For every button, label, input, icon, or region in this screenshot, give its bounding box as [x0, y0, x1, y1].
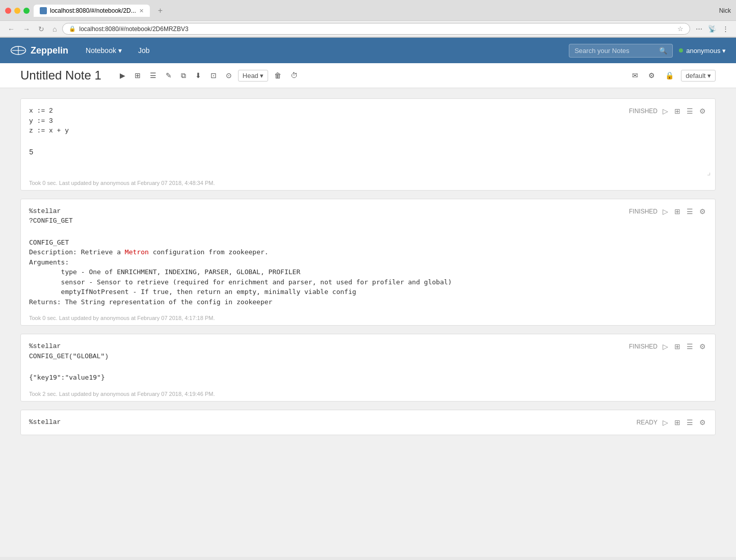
- search-box[interactable]: 🔍: [569, 44, 673, 58]
- lock-button[interactable]: 🔒: [662, 69, 677, 82]
- default-interpreter-dropdown[interactable]: default ▾: [681, 70, 716, 82]
- browser-titlebar: localhost:8080/#/notebook/2D... ✕ + Nick: [0, 0, 736, 20]
- close-button[interactable]: [5, 8, 11, 14]
- user-label: anonymous ▾: [686, 47, 726, 55]
- cell-1-code[interactable]: x := 2 y := 3 z := x + y: [29, 106, 69, 136]
- header-right: 🔍 anonymous ▾: [569, 44, 726, 58]
- cell-2-footer: Took 0 sec. Last updated by anonymous at…: [21, 313, 715, 325]
- cell-3: %stellar CONFIG_GET("GLOBAL") FINISHED ▷…: [20, 334, 716, 402]
- address-bar[interactable]: 🔒 ☆: [62, 23, 690, 35]
- page-content: Untitled Note 1 ▶ ⊞ ☰ ✎ ⧉ ⬇ ⊡ ⊙ Head ▾ 🗑…: [0, 63, 736, 557]
- new-tab-button[interactable]: +: [154, 4, 167, 17]
- tab-close-button[interactable]: ✕: [139, 8, 144, 14]
- cell-1-layout-button[interactable]: ⊞: [673, 106, 681, 116]
- cell-2-layout-button[interactable]: ⊞: [673, 206, 681, 217]
- settings-button[interactable]: ⚙: [645, 69, 658, 82]
- cell-4-header: %stellar READY ▷ ⊞ ☰ ⚙: [29, 417, 707, 428]
- traffic-lights: [5, 8, 30, 14]
- cell-2-result: CONFIG_GET Description: Retrieve a Metro…: [29, 237, 707, 307]
- schedule-button[interactable]: ⏱: [287, 69, 301, 82]
- cell-1-footer-text: Took 0 sec. Last updated by anonymous at…: [29, 180, 215, 186]
- cell-2-settings-button[interactable]: ⚙: [698, 206, 707, 217]
- browser-chrome: localhost:8080/#/notebook/2D... ✕ + Nick…: [0, 0, 736, 38]
- cell-4-content: %stellar READY ▷ ⊞ ☰ ⚙: [21, 410, 715, 435]
- tab-favicon: [40, 7, 47, 14]
- zeppelin-logo-icon: [10, 44, 27, 57]
- back-button[interactable]: ←: [5, 24, 17, 34]
- cell-1-status: FINISHED ▷ ⊞ ☰ ⚙: [629, 106, 707, 116]
- notebook-header-right: ✉ ⚙ 🔒 default ▾: [629, 69, 716, 82]
- menu-icon[interactable]: ⋮: [720, 23, 731, 35]
- cell-3-list-button[interactable]: ☰: [686, 341, 694, 352]
- nav-job[interactable]: Job: [131, 42, 157, 59]
- cell-1-footer: Took 0 sec. Last updated by anonymous at…: [21, 178, 715, 190]
- user-menu[interactable]: anonymous ▾: [679, 47, 726, 55]
- cell-1-output: 5: [21, 143, 715, 166]
- search-code-button[interactable]: ⊙: [223, 69, 235, 82]
- minimize-button[interactable]: [14, 8, 20, 14]
- head-dropdown[interactable]: Head ▾: [238, 70, 268, 82]
- cell-3-settings-button[interactable]: ⚙: [698, 341, 707, 352]
- extensions-icon[interactable]: ⋯: [693, 23, 704, 35]
- default-label: default ▾: [686, 72, 711, 79]
- cell-1-result: 5: [29, 147, 707, 158]
- cell-4-settings-button[interactable]: ⚙: [698, 417, 707, 428]
- head-arrow-icon: ▾: [260, 72, 264, 79]
- lock-icon: 🔒: [69, 25, 76, 32]
- cell-2-header: %stellar ?CONFIG_GET FINISHED ▷ ⊞ ☰ ⚙: [29, 206, 707, 226]
- clone-button[interactable]: ⧉: [178, 69, 189, 82]
- cell-4-layout-button[interactable]: ⊞: [673, 417, 681, 428]
- edit-button[interactable]: ✎: [163, 69, 175, 82]
- cell-2-status-badge: FINISHED: [629, 208, 658, 215]
- cell-3-footer-text: Took 2 sec. Last updated by anonymous at…: [29, 391, 215, 397]
- cell-3-status: FINISHED ▷ ⊞ ☰ ⚙: [629, 341, 707, 352]
- cell-4-status-badge: READY: [637, 419, 658, 426]
- cell-2-footer-text: Took 0 sec. Last updated by anonymous at…: [29, 315, 215, 321]
- run-all-button[interactable]: ▶: [117, 69, 128, 82]
- search-icon[interactable]: 🔍: [659, 47, 667, 55]
- cell-1-list-button[interactable]: ☰: [686, 106, 694, 116]
- maximize-button[interactable]: [23, 8, 30, 14]
- forward-button[interactable]: →: [20, 24, 33, 34]
- cell-2-code[interactable]: %stellar ?CONFIG_GET: [29, 206, 73, 226]
- cell-3-result: {"key19":"value19"}: [29, 372, 707, 383]
- browser-toolbar-icons: ⋯ 📡 ⋮: [693, 23, 731, 35]
- cell-4-code[interactable]: %stellar: [29, 417, 61, 428]
- notebook-title: Untitled Note 1: [20, 68, 101, 83]
- cell-2-content: %stellar ?CONFIG_GET FINISHED ▷ ⊞ ☰ ⚙: [21, 199, 715, 233]
- nav-notebook-arrow: ▾: [118, 46, 122, 55]
- browser-tab[interactable]: localhost:8080/#/notebook/2D... ✕: [34, 5, 150, 17]
- browser-user-label: Nick: [719, 7, 731, 14]
- cell-4-status: READY ▷ ⊞ ☰ ⚙: [637, 417, 707, 428]
- cell-1-run-button[interactable]: ▷: [662, 106, 669, 116]
- cell-3-header: %stellar CONFIG_GET("GLOBAL") FINISHED ▷…: [29, 341, 707, 361]
- cell-2-list-button[interactable]: ☰: [686, 206, 694, 217]
- search-input[interactable]: [574, 47, 656, 55]
- url-input[interactable]: [79, 25, 674, 33]
- email-button[interactable]: ✉: [629, 69, 641, 82]
- cell-3-run-button[interactable]: ▷: [662, 341, 669, 352]
- bookmark-icon[interactable]: ☆: [677, 25, 684, 33]
- cell-3-content: %stellar CONFIG_GET("GLOBAL") FINISHED ▷…: [21, 334, 715, 368]
- cell-3-layout-button[interactable]: ⊞: [673, 341, 681, 352]
- cell-2-run-button[interactable]: ▷: [662, 206, 669, 217]
- nav-notebook[interactable]: Notebook ▾: [78, 42, 129, 59]
- hide-code-button[interactable]: ⊞: [132, 69, 144, 82]
- cell-1-resize-handle[interactable]: ⌟: [21, 166, 715, 178]
- hide-output-button[interactable]: ☰: [147, 69, 160, 82]
- cell-4-list-button[interactable]: ☰: [686, 417, 694, 428]
- app-header: Zeppelin Notebook ▾ Job 🔍 anonymous ▾: [0, 38, 736, 63]
- home-button[interactable]: ⌂: [50, 24, 59, 34]
- reload-button[interactable]: ↻: [36, 24, 47, 34]
- browser-toolbar: ← → ↻ ⌂ 🔒 ☆ ⋯ 📡 ⋮: [0, 20, 736, 37]
- cast-icon[interactable]: 📡: [706, 23, 718, 35]
- cell-1-settings-button[interactable]: ⚙: [698, 106, 707, 116]
- user-online-dot: [679, 48, 683, 52]
- export-button[interactable]: ⬇: [192, 69, 204, 82]
- delete-button[interactable]: 🗑: [271, 69, 284, 82]
- version-button[interactable]: ⊡: [207, 69, 220, 82]
- cell-2-status: FINISHED ▷ ⊞ ☰ ⚙: [629, 206, 707, 217]
- cell-4-run-button[interactable]: ▷: [662, 417, 669, 428]
- cell-3-code[interactable]: %stellar CONFIG_GET("GLOBAL"): [29, 341, 109, 361]
- notebook-toolbar: ▶ ⊞ ☰ ✎ ⧉ ⬇ ⊡ ⊙ Head ▾ 🗑 ⏱: [117, 69, 301, 82]
